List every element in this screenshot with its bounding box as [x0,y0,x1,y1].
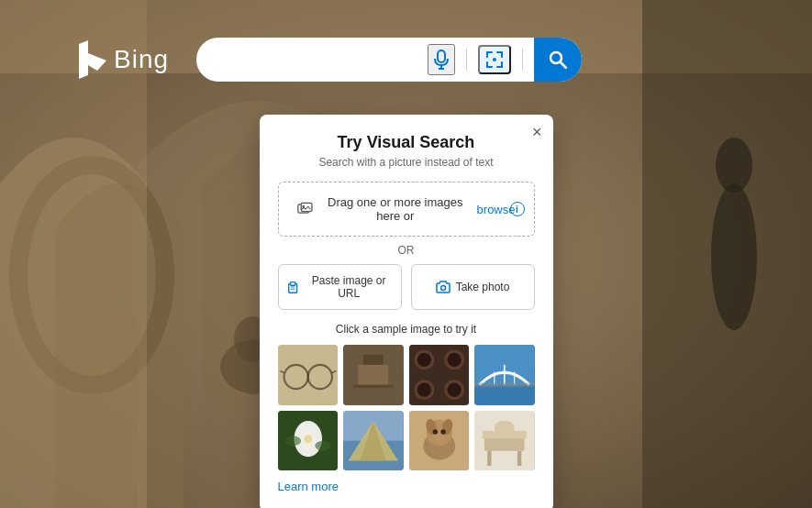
svg-rect-72 [495,420,515,435]
svg-rect-31 [358,365,388,385]
svg-rect-20 [290,282,295,286]
sample-image-coffee[interactable] [409,345,470,405]
sample-image-flower[interactable] [278,411,339,471]
action-buttons: Paste image or URL Take photo [278,264,535,310]
paste-image-button[interactable]: Paste image or URL [278,264,402,310]
svg-point-42 [447,382,461,396]
svg-point-66 [434,434,444,440]
svg-rect-32 [353,385,394,388]
drop-zone[interactable]: Drag one or more images here or browse i [278,182,535,237]
take-photo-button[interactable]: Take photo [411,264,535,310]
svg-point-36 [417,353,430,367]
take-photo-label: Take photo [456,281,510,293]
modal-subtitle: Search with a picture instead of text [278,156,535,169]
learn-more-link[interactable]: Learn more [278,480,535,493]
sample-image-grid [278,345,535,470]
sample-image-pyramid[interactable] [343,411,404,471]
svg-point-53 [284,436,300,446]
info-icon: i [510,202,525,216]
svg-point-38 [447,353,461,367]
sample-images-label: Click a sample image to try it [278,323,535,336]
modal-title: Try Visual Search [278,133,535,152]
svg-point-52 [304,435,312,443]
modal-close-button[interactable]: × [532,124,542,140]
svg-point-40 [417,382,430,396]
svg-point-54 [315,440,330,450]
svg-point-64 [432,429,437,434]
svg-rect-48 [474,382,535,386]
svg-rect-70 [487,450,491,465]
sample-image-bridge[interactable] [474,345,535,405]
svg-rect-44 [474,385,535,405]
paste-icon [286,280,299,294]
drop-zone-text: Drag one or more images here or [321,195,470,223]
svg-point-23 [440,286,445,291]
camera-icon [436,280,450,294]
visual-search-modal: × Try Visual Search Search with a pictur… [260,115,553,508]
sample-image-dining[interactable] [343,345,404,405]
svg-rect-71 [517,450,521,465]
or-divider: OR [278,244,535,257]
sample-image-furniture[interactable] [474,411,535,471]
drag-image-icon [297,201,315,217]
sample-image-dog[interactable] [409,411,470,471]
paste-button-label: Paste image or URL [305,274,394,300]
svg-point-65 [440,429,445,434]
modal-overlay: × Try Visual Search Search with a pictur… [0,0,812,508]
sample-image-glasses[interactable] [278,345,339,405]
svg-rect-33 [363,355,384,365]
